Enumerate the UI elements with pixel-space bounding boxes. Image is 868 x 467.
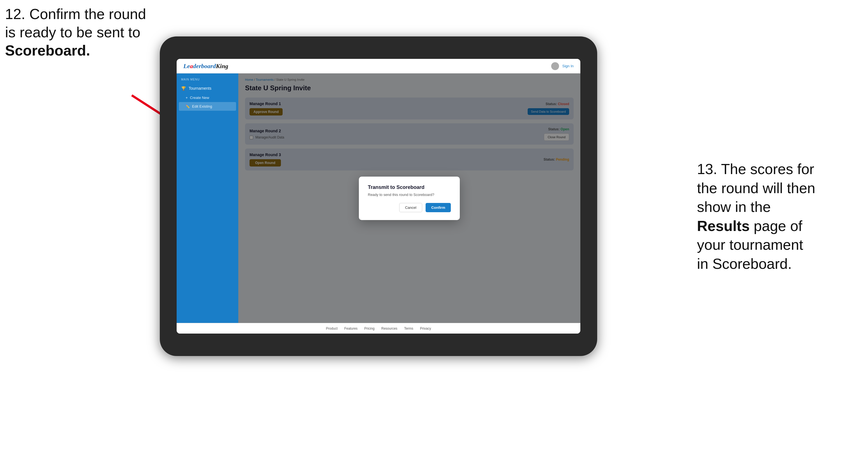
modal-overlay: Transmit to Scoreboard Ready to send thi… — [238, 73, 580, 323]
tablet-screen: LeaderboardKing Sign In MAIN MENU 🏆 Tour… — [177, 59, 580, 334]
footer-pricing[interactable]: Pricing — [364, 326, 375, 331]
page-content: Home / Tournaments / State U Spring Invi… — [238, 73, 580, 323]
annotation-line2: is ready to be sent to — [5, 24, 141, 40]
cancel-button[interactable]: Cancel — [399, 203, 422, 212]
sidebar-item-edit-existing[interactable]: ✏️ Edit Existing — [179, 102, 236, 111]
plus-icon: + — [186, 96, 188, 100]
sign-in-link[interactable]: Sign In — [562, 64, 574, 68]
tablet-device: LeaderboardKing Sign In MAIN MENU 🏆 Tour… — [160, 36, 597, 356]
sidebar-item-tournaments[interactable]: 🏆 Tournaments — [177, 83, 238, 93]
logo: LeaderboardKing — [183, 63, 228, 70]
main-menu-label: MAIN MENU — [177, 78, 238, 83]
annot-results-bold: Results — [697, 218, 750, 234]
sidebar-tournaments-label: Tournaments — [189, 86, 211, 91]
sidebar-edit-label: Edit Existing — [192, 104, 212, 108]
main-area: MAIN MENU 🏆 Tournaments + Create New ✏️ … — [177, 73, 580, 323]
sidebar: MAIN MENU 🏆 Tournaments + Create New ✏️ … — [177, 73, 238, 323]
sidebar-create-label: Create New — [190, 96, 210, 100]
trophy-icon: 🏆 — [181, 86, 186, 91]
topbar: LeaderboardKing Sign In — [177, 59, 580, 73]
annot-b1: 13. The scores forthe round will thensho… — [697, 161, 815, 272]
annotation-bottom: 13. The scores forthe round will thensho… — [697, 160, 860, 274]
avatar — [551, 62, 559, 70]
footer-terms[interactable]: Terms — [404, 326, 413, 331]
footer-resources[interactable]: Resources — [381, 326, 397, 331]
annotation-line3: Scoreboard. — [5, 42, 90, 59]
edit-icon: ✏️ — [186, 104, 190, 108]
footer: Product Features Pricing Resources Terms… — [177, 323, 580, 334]
modal-description: Ready to send this round to Scoreboard? — [368, 193, 451, 197]
footer-features[interactable]: Features — [344, 326, 358, 331]
modal-title: Transmit to Scoreboard — [368, 184, 451, 190]
footer-privacy[interactable]: Privacy — [420, 326, 431, 331]
confirm-button[interactable]: Confirm — [426, 203, 451, 212]
modal-buttons: Cancel Confirm — [368, 203, 451, 212]
topbar-right: Sign In — [551, 62, 574, 70]
sidebar-item-create-new[interactable]: + Create New — [177, 93, 238, 102]
footer-product[interactable]: Product — [326, 326, 338, 331]
annotation-line1: 12. Confirm the round — [5, 6, 146, 22]
transmit-modal: Transmit to Scoreboard Ready to send thi… — [359, 177, 460, 220]
annotation-top: 12. Confirm the round is ready to be sen… — [5, 5, 151, 60]
